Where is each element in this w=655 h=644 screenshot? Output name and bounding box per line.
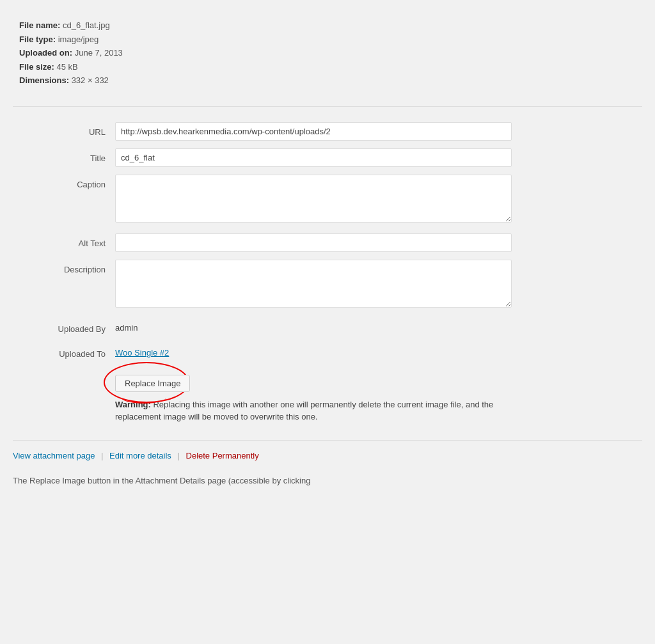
- separator-1: |: [101, 451, 103, 460]
- dimensions-row: Dimensions: 332 × 332: [19, 74, 642, 87]
- file-name-label: File name:: [19, 20, 60, 30]
- description-label: Description: [13, 256, 115, 315]
- warning-text: Warning: Replacing this image with anoth…: [115, 398, 512, 423]
- file-size-row: File size: 45 kB: [19, 61, 642, 74]
- file-type-row: File type: image/jpeg: [19, 33, 642, 46]
- title-row: Title: [13, 145, 642, 171]
- title-label: Title: [13, 145, 115, 171]
- divider-top: [13, 106, 642, 107]
- caption-row: Caption: [13, 171, 642, 230]
- dimensions-value: 332 × 332: [72, 75, 109, 85]
- url-input[interactable]: [115, 122, 512, 141]
- url-label: URL: [13, 118, 115, 145]
- file-name-value: cd_6_flat.jpg: [63, 20, 110, 30]
- replace-image-spacer: [13, 366, 115, 427]
- bottom-note: The Replace Image button in the Attachme…: [13, 475, 642, 487]
- uploaded-on-label: Uploaded on:: [19, 48, 72, 58]
- view-attachment-link[interactable]: View attachment page: [13, 451, 95, 460]
- uploaded-on-value: June 7, 2013: [75, 48, 123, 58]
- uploaded-by-label: Uploaded By: [13, 315, 115, 341]
- file-size-value: 45 kB: [57, 62, 78, 72]
- dimensions-label: Dimensions:: [19, 75, 69, 85]
- uploaded-to-link[interactable]: Woo Single #2: [115, 348, 169, 357]
- url-row: URL: [13, 118, 642, 145]
- uploaded-by-row: Uploaded By admin: [13, 315, 642, 341]
- description-textarea[interactable]: [115, 260, 512, 308]
- warning-message: Replacing this image with another one wi…: [115, 400, 493, 422]
- file-size-label: File size:: [19, 62, 54, 72]
- uploaded-to-row: Uploaded To Woo Single #2: [13, 340, 642, 366]
- caption-label: Caption: [13, 171, 115, 230]
- delete-permanently-link[interactable]: Delete Permanently: [186, 451, 259, 460]
- main-container: File name: cd_6_flat.jpg File type: imag…: [0, 0, 655, 500]
- alt-text-input[interactable]: [115, 233, 512, 252]
- edit-details-link[interactable]: Edit more details: [109, 451, 171, 460]
- uploaded-on-row: Uploaded on: June 7, 2013: [19, 47, 642, 59]
- replace-image-button[interactable]: Replace Image: [115, 375, 190, 392]
- alt-text-row: Alt Text: [13, 230, 642, 256]
- title-input[interactable]: [115, 148, 512, 167]
- file-type-value: image/jpeg: [58, 35, 99, 44]
- uploaded-by-value: admin: [115, 318, 138, 333]
- separator-2: |: [178, 451, 180, 460]
- footer-links-section: View attachment page | Edit more details…: [13, 440, 642, 462]
- attachment-form: URL Title Caption Alt Text: [13, 118, 642, 427]
- caption-textarea[interactable]: [115, 175, 512, 223]
- warning-label: Warning:: [115, 400, 151, 409]
- replace-image-row: Replace Image Warning: Replacing this im…: [13, 366, 642, 427]
- file-name-row: File name: cd_6_flat.jpg: [19, 19, 642, 32]
- file-type-label: File type:: [19, 35, 56, 44]
- uploaded-to-label: Uploaded To: [13, 340, 115, 366]
- alt-text-label: Alt Text: [13, 230, 115, 256]
- description-row: Description: [13, 256, 642, 315]
- file-info-section: File name: cd_6_flat.jpg File type: imag…: [13, 13, 642, 100]
- replace-image-annotation: Replace Image: [115, 370, 190, 392]
